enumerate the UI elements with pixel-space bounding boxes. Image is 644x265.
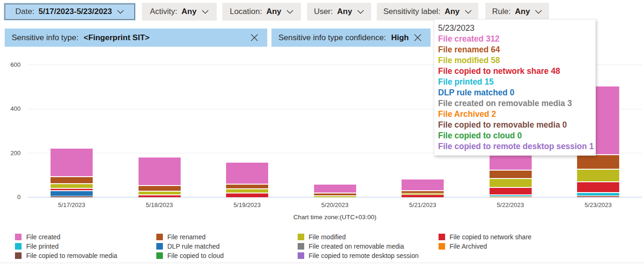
legend-swatch (15, 234, 22, 240)
filter-location-value: Any (266, 7, 281, 16)
bar-segment-file-archived (490, 197, 532, 197)
bar-segment-file-created-on-removable-media (577, 196, 619, 196)
chevron-down-icon (465, 10, 472, 14)
chevron-down-icon (535, 10, 542, 14)
bar-5-17-2023[interactable] (51, 0, 93, 197)
tooltip-item: File copied to network share 48 (438, 66, 591, 77)
tooltip-item: File copied to removable media 0 (438, 120, 591, 130)
tooltip-item-label: File copied to cloud (438, 131, 515, 140)
filter-location-chevron (286, 10, 293, 14)
legend-swatch (298, 252, 304, 259)
bar-segment-file-copied-to-network-share (490, 188, 532, 195)
filter-user-chevron (357, 10, 364, 14)
legend-item-file-modified[interactable]: File modified (298, 234, 346, 240)
activity-explorer-page: Date:5/17/2023-5/23/2023Activity:AnyLoca… (0, 0, 644, 265)
legend-item-file-renamed[interactable]: File renamed (156, 234, 206, 240)
bar-segment-file-modified (226, 189, 268, 192)
legend-label: DLP rule matched (168, 243, 220, 250)
tooltip-item-label: File printed (438, 77, 482, 86)
legend-item-file-archived[interactable]: File Archived (439, 243, 487, 250)
tooltip-item-label: File modified (438, 56, 489, 65)
bar-segment-file-renamed (490, 171, 532, 178)
y-axis-label-200: 200 (0, 150, 21, 156)
bar-segment-file-renamed (226, 185, 268, 188)
bar-segment-file-copied-to-network-share (139, 195, 181, 197)
tooltip-item-value: 2 (491, 109, 496, 119)
legend-swatch (156, 252, 163, 259)
legend-swatch (298, 234, 304, 240)
legend-label: File created on removable media (309, 243, 404, 250)
bar-segment-file-renamed (51, 177, 93, 184)
y-axis-label-600: 600 (0, 62, 21, 68)
legend-item-file-copied-to-cloud[interactable]: File copied to cloud (156, 252, 224, 259)
bar-segment-file-modified (314, 196, 356, 197)
bar-segment-file-created (490, 156, 532, 170)
bar-segment-file-copied-to-network-share (51, 189, 93, 191)
bar-segment-file-modified (490, 179, 532, 186)
filter-date-label: Date: (15, 7, 35, 16)
bar-segment-dlp-rule-matched (51, 191, 93, 195)
legend-item-file-copied-to-removable-media[interactable]: File copied to removable media (15, 252, 117, 259)
tooltip-item-label: File created (438, 34, 483, 43)
tooltip-item: DLP rule matched 0 (438, 87, 591, 98)
tooltip-item-label: File Archived (438, 109, 489, 119)
bar-segment-file-copied-to-network-share (226, 193, 268, 197)
filter-sensitivity-label-value: Any (445, 7, 460, 16)
chevron-down-icon (357, 10, 364, 14)
legend-label: File created (26, 234, 60, 240)
tooltip-item: File copied to remote desktop session 1 (438, 141, 591, 152)
legend-swatch (15, 252, 22, 259)
bar-segment-file-printed (577, 193, 619, 195)
tooltip-item-value: 312 (486, 34, 499, 43)
chevron-down-icon (286, 10, 293, 14)
legend-item-file-copied-to-network-share[interactable]: File copied to network share (439, 234, 532, 240)
legend-item-file-copied-to-remote-desktop-session[interactable]: File copied to remote desktop session (298, 252, 419, 259)
tooltip-item-label: DLP rule matched (438, 88, 507, 97)
x-axis-label-5-20-2023: 5/20/2023 (307, 201, 363, 208)
tooltip-item: File copied to cloud 0 (438, 130, 591, 141)
bar-segment-file-printed (490, 195, 532, 196)
tooltip-item-value: 0 (510, 88, 514, 97)
tooltip-item-label: File renamed (438, 45, 489, 54)
x-axis-label-5-17-2023: 5/17/2023 (44, 201, 100, 208)
tooltip-item-value: 3 (567, 99, 572, 108)
legend-item-dlp-rule-matched[interactable]: DLP rule matched (156, 243, 220, 250)
chart-timezone-caption: Chart time zone:(UTC+03:00) (265, 214, 405, 221)
bar-segment-file-copied-to-network-share (402, 195, 444, 197)
legend-swatch (439, 234, 445, 240)
tooltip-item-value: 48 (551, 66, 560, 76)
tooltip-item: File created on removable media 3 (438, 98, 591, 109)
bar-segment-file-modified (402, 193, 444, 194)
legend-swatch (298, 243, 304, 250)
tooltip-title: 5/23/2023 (438, 23, 591, 34)
tooltip-item: File modified 58 (438, 55, 591, 66)
legend-label: File printed (26, 243, 59, 250)
legend-label: File copied to remote desktop session (309, 252, 419, 259)
bar-segment-file-renamed (314, 193, 356, 196)
tooltip-item-value: 15 (484, 77, 493, 86)
legend-label: File copied to removable media (26, 252, 117, 259)
bar-segment-file-archived (577, 196, 619, 197)
bar-5-20-2023[interactable] (314, 0, 356, 197)
x-axis-label-5-21-2023: 5/21/2023 (395, 201, 451, 208)
tooltip-item: File renamed 64 (438, 44, 591, 55)
legend-swatch (439, 243, 445, 250)
bar-5-18-2023[interactable] (139, 0, 181, 197)
bar-5-19-2023[interactable] (226, 0, 268, 197)
filter-sensitivity-label-chevron (465, 10, 472, 14)
chart-tooltip: 5/23/2023File created 312File renamed 64… (434, 19, 596, 156)
legend-item-file-printed[interactable]: File printed (15, 243, 59, 250)
legend-item-file-created-on-removable-media[interactable]: File created on removable media (298, 243, 404, 250)
tooltip-item: File created 312 (438, 34, 591, 44)
tooltip-item-value: 58 (491, 56, 500, 65)
bar-segment-file-created (51, 149, 93, 176)
legend-label: File modified (309, 234, 346, 240)
bar-segment-file-copied-to-removable-media (51, 196, 93, 197)
filter-activity-chevron (202, 10, 209, 14)
x-axis-label-5-23-2023: 5/23/2023 (570, 201, 626, 208)
bar-segment-file-modified (51, 184, 93, 187)
tooltip-item-label: File copied to removable media (438, 120, 560, 129)
filter-activity-value: Any (182, 7, 197, 16)
tooltip-item: File printed 15 (438, 77, 591, 87)
legend-item-file-created[interactable]: File created (15, 234, 60, 240)
